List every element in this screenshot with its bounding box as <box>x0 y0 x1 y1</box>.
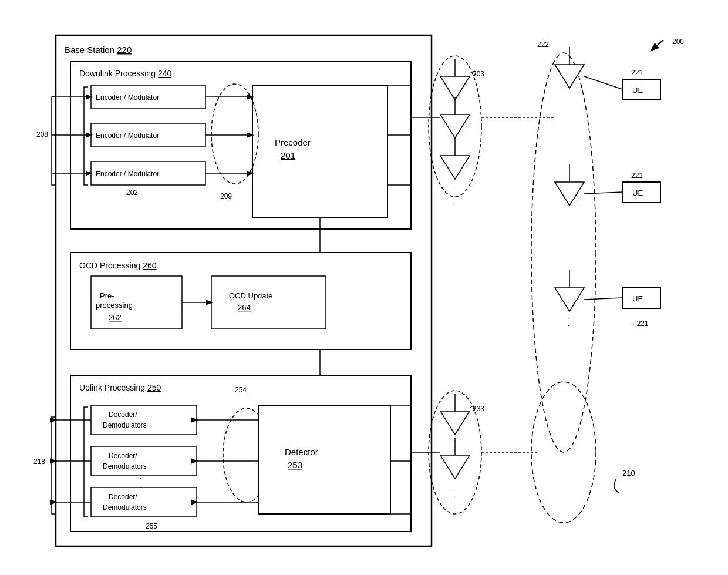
preprocessing-num: 262 <box>109 313 122 322</box>
svg-marker-55 <box>440 455 470 479</box>
svg-marker-20 <box>440 115 470 138</box>
ref-221c: · 221 <box>633 320 649 328</box>
detector-num: 253 <box>288 460 302 470</box>
svg-rect-30 <box>211 276 326 329</box>
preprocessing-label2: processing <box>96 301 133 310</box>
ref-208: 208 <box>36 130 48 139</box>
encoder3-label: Encoder / Modulator <box>96 170 159 178</box>
precoder-label: Precoder <box>275 137 311 147</box>
ue1-label: UE <box>632 86 643 95</box>
svg-marker-65 <box>555 182 584 206</box>
svg-text:·: · <box>139 481 142 493</box>
downlink-label: Downlink Processing 240 <box>79 69 171 78</box>
preprocessing-label: Pre- <box>100 291 114 300</box>
svg-text:·: · <box>568 321 569 329</box>
diagram-container: Base Station 220 Downlink Processing 240… <box>0 0 728 575</box>
ue3-label: UE <box>632 294 643 303</box>
svg-line-72 <box>584 76 622 89</box>
svg-line-74 <box>584 192 622 194</box>
svg-text:·: · <box>453 192 455 200</box>
detector-label: Detector <box>285 447 318 457</box>
decoder2-label2: Demodulators <box>103 462 147 470</box>
svg-marker-53 <box>440 411 470 435</box>
ref-221b: 221 <box>631 172 643 180</box>
ue2-label: UE <box>632 189 643 197</box>
svg-text:·: · <box>568 314 569 322</box>
ref-255: 255 <box>146 522 157 530</box>
decoder2-label: Decoder/ <box>109 452 137 460</box>
ocd-label: OCD Processing 260 <box>79 261 157 270</box>
svg-marker-67 <box>555 288 584 311</box>
svg-text:·: · <box>453 501 455 509</box>
ref-202: 202 <box>126 189 138 197</box>
ref-222: 222 <box>537 41 549 49</box>
svg-line-62 <box>652 40 663 50</box>
svg-line-76 <box>584 298 622 300</box>
ocd-update-num: 264 <box>238 303 251 312</box>
decoder3-label: Decoder/ <box>109 493 137 501</box>
ref-254: 254 <box>235 386 247 394</box>
svg-text:·: · <box>453 493 455 502</box>
svg-marker-63 <box>555 65 584 88</box>
svg-rect-35 <box>91 446 197 476</box>
ref-221a: 221 <box>631 69 643 77</box>
encoder1-label: Encoder / Modulator <box>96 93 159 102</box>
base-station-label: Base Station 220 <box>65 45 132 55</box>
precoder-num: 201 <box>281 150 295 160</box>
ref-210: 210 <box>622 469 635 478</box>
svg-text:·: · <box>453 486 455 494</box>
svg-text:·: · <box>453 200 455 208</box>
svg-rect-36 <box>91 487 197 517</box>
decoder3-label2: Demodulators <box>103 503 147 512</box>
svg-text:·: · <box>453 184 455 193</box>
svg-marker-18 <box>440 76 470 100</box>
ref-200: 200 <box>672 38 684 46</box>
svg-point-61 <box>531 53 596 452</box>
svg-rect-38 <box>258 405 390 514</box>
decoder1-label: Decoder/ <box>109 411 137 419</box>
encoder2-label: Encoder / Modulator <box>96 132 159 140</box>
svg-rect-34 <box>91 405 197 435</box>
decoder1-label2: Demodulators <box>103 421 147 429</box>
ocd-update-label: OCD Update <box>229 291 272 300</box>
svg-marker-22 <box>440 156 470 179</box>
ref-209: 209 <box>220 192 232 200</box>
uplink-label: Uplink Processing 250 <box>79 383 161 392</box>
ref-218: 218 <box>33 458 45 466</box>
diagram-svg: Base Station 220 Downlink Processing 240… <box>0 0 728 575</box>
svg-rect-8 <box>252 85 387 217</box>
